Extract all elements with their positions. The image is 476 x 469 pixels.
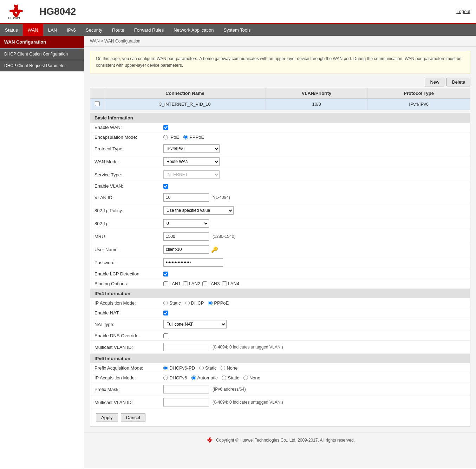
nav-route[interactable]: Route <box>107 24 129 36</box>
vlan-id-value: *(1-4094) <box>161 193 470 202</box>
binding-options-label: Binding Options: <box>90 281 161 286</box>
row-protocol-type: IPv4/IPv6 <box>367 99 470 110</box>
static-label[interactable]: Static <box>163 300 181 306</box>
nav-status[interactable]: Status <box>0 24 23 36</box>
username-input[interactable] <box>163 245 209 254</box>
enable-dns-override-checkbox[interactable] <box>163 333 168 338</box>
enable-vlan-label: Enable VLAN: <box>90 183 161 189</box>
service-type-row: Service Type: INTERNET <box>90 168 470 181</box>
vlan-id-input[interactable] <box>163 193 209 202</box>
prefix-mask-input[interactable] <box>163 385 209 393</box>
row-checkbox-cell[interactable] <box>90 99 104 110</box>
dhcpv6-radio[interactable] <box>163 376 168 380</box>
encap-ipoe-radio[interactable] <box>163 135 168 139</box>
prefix-none-radio[interactable] <box>221 366 225 370</box>
delete-button[interactable]: Delete <box>446 78 470 86</box>
lan4-checkbox[interactable] <box>222 281 227 286</box>
policy-8021p-value: Use the specified value <box>161 206 470 215</box>
logout-button[interactable]: Logout <box>456 9 470 14</box>
mru-input[interactable] <box>163 232 209 241</box>
dhcpv6-pd-label[interactable]: DHCPv6-PD <box>163 365 195 371</box>
row-checkbox[interactable] <box>95 101 100 106</box>
ipv6-none-label[interactable]: None <box>243 375 260 380</box>
prefix-static-label[interactable]: Static <box>199 365 217 371</box>
enable-wan-value <box>161 125 470 130</box>
service-type-value: INTERNET <box>161 170 470 179</box>
huawei-logo: HUAWEI <box>6 3 27 20</box>
apply-button[interactable]: Apply <box>96 413 118 422</box>
static-radio[interactable] <box>163 301 168 305</box>
nav-lan[interactable]: LAN <box>43 24 62 36</box>
enable-wan-checkbox[interactable] <box>163 125 168 130</box>
binding-options-row: Binding Options: LAN1 LAN2 LAN3 LAN4 <box>90 279 470 289</box>
encap-pppoe-label[interactable]: PPPoE <box>183 135 204 140</box>
prefix-none-label[interactable]: None <box>221 365 237 371</box>
enable-lcp-value <box>161 272 470 276</box>
header: HUAWEI HG8042 Logout <box>0 0 476 24</box>
enable-lcp-row: Enable LCP Detection: <box>90 269 470 279</box>
prefix-mask-row: Prefix Mask: (IPv6 address/64) <box>90 383 470 396</box>
sidebar-item-dhcp-client-request[interactable]: DHCP Client Request Parameter <box>0 60 84 72</box>
col-protocol-type: Protocol Type <box>367 88 470 99</box>
prefix-acquisition-mode-value: DHCPv6-PD Static None <box>161 365 470 371</box>
enable-nat-checkbox[interactable] <box>163 311 168 315</box>
table-row[interactable]: 3_INTERNET_R_VID_10 10/0 IPv4/IPv6 <box>90 99 470 110</box>
basic-info-section-header: Basic Information <box>90 113 470 123</box>
enable-dns-override-value <box>161 333 470 338</box>
lan1-label[interactable]: LAN1 <box>163 281 181 286</box>
ipv6-none-radio[interactable] <box>243 376 248 380</box>
encap-pppoe-radio[interactable] <box>183 135 188 139</box>
table-toolbar: New Delete <box>90 78 470 86</box>
automatic-label[interactable]: Automatic <box>191 375 218 380</box>
policy-8021p-row: 802.1p Policy: Use the specified value <box>90 204 470 217</box>
lan3-label[interactable]: LAN3 <box>202 281 220 286</box>
username-value: 🔑 <box>161 245 470 254</box>
password-input[interactable] <box>163 258 223 267</box>
8021p-select[interactable]: 0 <box>163 219 209 228</box>
nav-forward-rules[interactable]: Forward Rules <box>129 24 169 36</box>
pppoe-label[interactable]: PPPoE <box>208 300 229 306</box>
encap-ipoe-label[interactable]: IPoE <box>163 135 179 140</box>
ipv6-static-radio[interactable] <box>222 376 226 380</box>
encapsulation-mode-row: Encapsulation Mode: IPoE PPPoE <box>90 132 470 142</box>
8021p-row: 802.1p: 0 <box>90 217 470 230</box>
nav-system-tools[interactable]: System Tools <box>219 24 255 36</box>
lan1-checkbox[interactable] <box>163 281 168 286</box>
multicast-vlan-ipv4-input[interactable] <box>163 343 209 351</box>
lan4-label[interactable]: LAN4 <box>222 281 240 286</box>
dhcp-label[interactable]: DHCP <box>185 300 204 306</box>
nav-security[interactable]: Security <box>81 24 107 36</box>
enable-lcp-checkbox[interactable] <box>163 272 168 276</box>
enable-dns-override-row: Enable DNS Override: <box>90 331 470 341</box>
policy-8021p-select[interactable]: Use the specified value <box>163 206 234 215</box>
cancel-button[interactable]: Cancel <box>121 413 145 422</box>
nav-network-application[interactable]: Network Application <box>169 24 219 36</box>
sidebar-item-dhcp-client-option[interactable]: DHCP Client Option Configuration <box>0 48 84 60</box>
prefix-static-radio[interactable] <box>199 366 204 370</box>
pppoe-radio[interactable] <box>208 301 213 305</box>
ip-acquisition-mode-label: IP Acquisition Mode: <box>90 300 161 306</box>
protocol-type-select[interactable]: IPv4/IPv6 <box>163 144 220 153</box>
service-type-select[interactable]: INTERNET <box>163 170 220 179</box>
sidebar-item-wan-configuration[interactable]: WAN Configuration <box>0 36 84 48</box>
dhcpv6-pd-radio[interactable] <box>163 366 168 370</box>
wan-mode-label: WAN Mode: <box>90 159 161 164</box>
dhcpv6-label[interactable]: DHCPv6 <box>163 375 187 380</box>
ip-acquisition-mode-value: Static DHCP PPPoE <box>161 300 470 306</box>
lan3-checkbox[interactable] <box>202 281 207 286</box>
new-button[interactable]: New <box>425 78 444 86</box>
wan-mode-select[interactable]: Route WAN Bridge WAN <box>163 157 220 166</box>
enable-wan-label: Enable WAN: <box>90 125 161 130</box>
multicast-vlan-ipv6-input[interactable] <box>163 398 209 406</box>
lan2-checkbox[interactable] <box>183 281 188 286</box>
nav-wan[interactable]: WAN <box>23 24 43 36</box>
dhcp-radio[interactable] <box>185 301 190 305</box>
password-label: Password: <box>90 260 161 265</box>
enable-vlan-checkbox[interactable] <box>163 184 168 189</box>
lan2-label[interactable]: LAN2 <box>183 281 201 286</box>
nat-type-select[interactable]: Full cone NAT <box>163 320 227 328</box>
ipv6-static-label[interactable]: Static <box>222 375 239 380</box>
mru-row: MRU: (1280-1540) <box>90 230 470 243</box>
nav-ipv6[interactable]: IPv6 <box>62 24 81 36</box>
automatic-radio[interactable] <box>191 376 196 380</box>
